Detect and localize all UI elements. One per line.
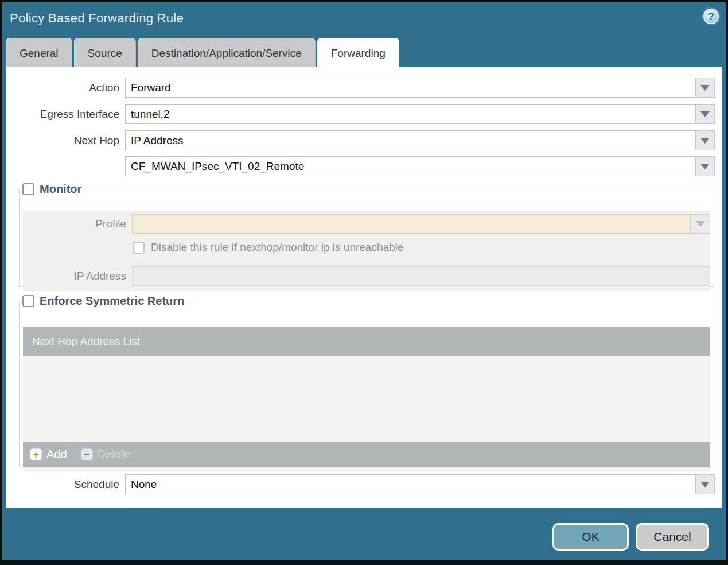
- table-header: Next Hop Address List: [23, 327, 710, 356]
- schedule-select[interactable]: [125, 474, 699, 494]
- forwarding-tab-panel: Action Egress Interface Next Hop Monitor: [6, 67, 722, 508]
- dialog-window: Policy Based Forwarding Rule ? General S…: [0, 0, 728, 565]
- page-title: Policy Based Forwarding Rule: [10, 11, 184, 26]
- tab-source[interactable]: Source: [74, 38, 136, 67]
- enforce-symmetric-return-legend-label: Enforce Symmetric Return: [40, 295, 184, 308]
- next-hop-select[interactable]: [125, 130, 699, 150]
- help-icon[interactable]: ?: [703, 9, 719, 24]
- add-button[interactable]: + Add: [30, 448, 67, 461]
- egress-interface-select[interactable]: [125, 104, 699, 124]
- tab-bar: General Source Destination/Application/S…: [6, 38, 399, 67]
- next-hop-address-select[interactable]: [125, 156, 699, 176]
- chevron-down-icon: [700, 138, 710, 144]
- action-dropdown-button[interactable]: [695, 78, 715, 98]
- enforce-symmetric-return-legend: Enforce Symmetric Return: [21, 295, 188, 308]
- enforce-symmetric-return-checkbox[interactable]: [22, 295, 34, 307]
- add-button-label: Add: [46, 448, 67, 461]
- disable-rule-label: Disable this rule if nexthop/monitor ip …: [151, 241, 403, 254]
- table-body[interactable]: [23, 356, 710, 442]
- table-toolbar: + Add − Delete: [23, 442, 710, 467]
- schedule-label: Schedule: [6, 474, 119, 494]
- action-select[interactable]: [125, 78, 699, 98]
- chevron-down-icon: [700, 164, 710, 169]
- tab-forwarding[interactable]: Forwarding: [317, 38, 399, 67]
- chevron-down-icon: [696, 221, 705, 227]
- table-footer-strip: [23, 467, 710, 472]
- enforce-symmetric-return-section: Enforce Symmetric Return Next Hop Addres…: [19, 295, 714, 467]
- profile-label: Profile: [23, 214, 126, 234]
- monitor-panel: Profile Disable this rule if nexthop/mon…: [23, 211, 710, 291]
- delete-button-label: Delete: [98, 448, 131, 461]
- chevron-down-icon: [700, 111, 710, 117]
- delete-button: − Delete: [81, 448, 131, 461]
- chevron-down-icon: [700, 85, 710, 91]
- next-hop-label: Next Hop: [6, 130, 119, 150]
- tab-destination-application-service[interactable]: Destination/Application/Service: [138, 38, 316, 67]
- disable-rule-row: Disable this rule if nexthop/monitor ip …: [133, 241, 403, 254]
- monitor-ip-address-label: IP Address: [23, 266, 126, 286]
- ok-button[interactable]: OK: [552, 523, 629, 551]
- profile-select: [132, 214, 691, 234]
- monitor-legend-label: Monitor: [40, 183, 81, 196]
- schedule-dropdown-button[interactable]: [695, 474, 715, 494]
- chevron-down-icon: [700, 482, 710, 487]
- monitor-legend: Monitor: [21, 183, 85, 196]
- monitor-section: Monitor Profile Disable this rule if nex…: [19, 183, 714, 287]
- monitor-checkbox[interactable]: [22, 183, 34, 195]
- action-label: Action: [6, 78, 119, 98]
- next-hop-address-dropdown-button[interactable]: [695, 156, 715, 176]
- monitor-ip-address-input: [132, 266, 710, 286]
- titlebar: Policy Based Forwarding Rule ?: [2, 2, 726, 38]
- disable-rule-checkbox: [133, 242, 145, 254]
- next-hop-address-list-table: Next Hop Address List + Add − Delete: [23, 327, 710, 472]
- tab-general[interactable]: General: [6, 38, 72, 67]
- profile-dropdown-button: [691, 214, 710, 234]
- egress-interface-label: Egress Interface: [6, 104, 119, 124]
- minus-icon: −: [81, 448, 93, 460]
- cancel-button[interactable]: Cancel: [636, 523, 709, 551]
- next-hop-dropdown-button[interactable]: [695, 130, 715, 150]
- plus-icon: +: [30, 448, 42, 460]
- egress-interface-dropdown-button[interactable]: [695, 104, 715, 124]
